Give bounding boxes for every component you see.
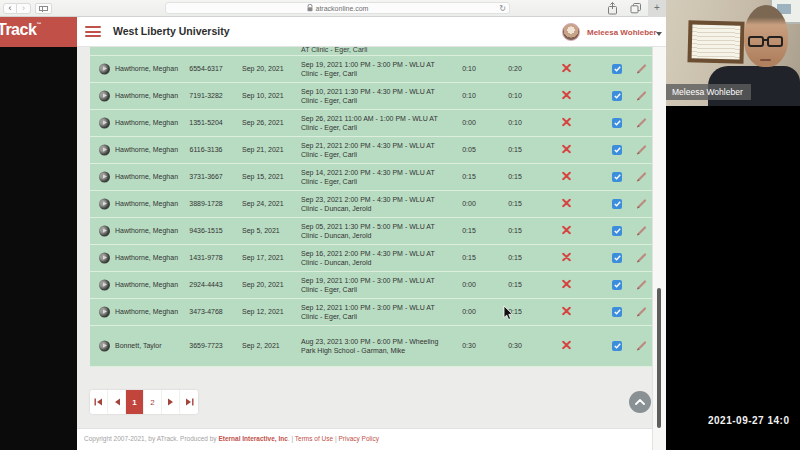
athlete-name: Hawthorne, Meghan — [115, 199, 181, 209]
scroll-to-top-button[interactable] — [629, 391, 651, 413]
delete-icon[interactable] — [562, 117, 573, 128]
page-1-button[interactable]: 1 — [126, 390, 144, 414]
delete-icon[interactable] — [562, 279, 573, 290]
approved-checkbox[interactable] — [612, 307, 622, 317]
copyright-text: Copyright 2007-2021, by ATrack. Produced… — [84, 435, 217, 442]
case-number: 2924-4443 — [183, 280, 229, 290]
collapsed-sidebar — [0, 47, 77, 450]
check-icon — [614, 228, 621, 234]
table-row: Hawthorne, Meghan 2924-4443 Sep 20, 2021… — [90, 272, 652, 299]
play-audio-button[interactable] — [99, 171, 110, 182]
delete-icon[interactable] — [562, 306, 573, 317]
table-row: Bonnett, Taylor 3659-7723 Sep 2, 2021 Au… — [90, 326, 652, 368]
duration-2: 0:15 — [502, 253, 528, 263]
delete-icon[interactable] — [562, 252, 573, 263]
menu-hamburger-icon[interactable] — [85, 26, 101, 38]
edit-pencil-icon[interactable] — [636, 117, 647, 128]
play-audio-button[interactable] — [99, 117, 110, 128]
approved-checkbox[interactable] — [612, 172, 622, 182]
delete-icon[interactable] — [562, 171, 573, 182]
privacy-link[interactable]: Privacy Policy — [338, 435, 378, 442]
duration-2: 0:15 — [502, 199, 528, 209]
athlete-name: Hawthorne, Meghan — [115, 91, 181, 101]
edit-pencil-icon[interactable] — [636, 63, 647, 74]
delete-icon[interactable] — [562, 340, 573, 351]
user-menu[interactable]: Meleesa Wohleber — [587, 28, 657, 37]
check-icon — [614, 282, 621, 288]
separator: | — [335, 435, 337, 442]
table-row: Hawthorne, Meghan 7191-3282 Sep 10, 2021… — [90, 83, 652, 110]
check-icon — [614, 343, 621, 349]
edit-pencil-icon[interactable] — [636, 306, 647, 317]
approved-checkbox[interactable] — [612, 145, 622, 155]
delete-icon[interactable] — [562, 144, 573, 155]
back-button[interactable]: ‹ — [3, 3, 17, 14]
share-icon[interactable] — [607, 2, 618, 15]
approved-checkbox[interactable] — [612, 253, 622, 263]
visit-date: Sep 15, 2021 — [242, 172, 298, 182]
edit-pencil-icon[interactable] — [636, 171, 647, 182]
visit-date: Sep 26, 2021 — [242, 118, 298, 128]
approved-checkbox[interactable] — [612, 91, 622, 101]
visit-date: Sep 20, 2021 — [242, 64, 298, 74]
case-number: 3731-3667 — [183, 172, 229, 182]
tabs-icon[interactable] — [630, 2, 642, 14]
edit-pencil-icon[interactable] — [636, 340, 647, 351]
edit-pencil-icon[interactable] — [636, 252, 647, 263]
approved-checkbox[interactable] — [612, 280, 622, 290]
next-page-button[interactable] — [162, 390, 180, 414]
first-page-button[interactable] — [90, 390, 108, 414]
play-audio-button[interactable] — [99, 198, 110, 209]
prev-page-button[interactable] — [108, 390, 126, 414]
approved-checkbox[interactable] — [612, 199, 622, 209]
play-audio-button[interactable] — [99, 340, 110, 351]
company-link[interactable]: Eternal Interactive, Inc — [218, 435, 287, 442]
edit-pencil-icon[interactable] — [636, 90, 647, 101]
table-row: Hawthorne, Meghan 1351-5204 Sep 26, 2021… — [90, 110, 652, 137]
duration-1: 0:05 — [456, 145, 482, 155]
user-avatar[interactable] — [562, 23, 580, 41]
scrollbar-thumb[interactable] — [657, 288, 661, 428]
address-bar[interactable]: atrackonline.com ↻ — [165, 2, 510, 14]
edit-pencil-icon[interactable] — [636, 225, 647, 236]
refresh-icon[interactable]: ↻ — [499, 3, 506, 14]
url-text: atrackonline.com — [316, 5, 369, 12]
last-page-button[interactable] — [180, 390, 198, 414]
play-audio-button[interactable] — [99, 279, 110, 290]
prev-page-icon — [113, 398, 121, 406]
play-audio-button[interactable] — [99, 63, 110, 74]
approved-checkbox[interactable] — [612, 341, 622, 351]
play-audio-button[interactable] — [99, 144, 110, 155]
duration-1: 0:15 — [456, 253, 482, 263]
delete-icon[interactable] — [562, 198, 573, 209]
check-icon — [614, 93, 621, 99]
edit-pencil-icon[interactable] — [636, 198, 647, 209]
participant-name-label: Meleesa Wohleber — [666, 84, 751, 100]
approved-checkbox[interactable] — [612, 226, 622, 236]
play-audio-button[interactable] — [99, 306, 110, 317]
forward-button[interactable]: › — [17, 3, 31, 14]
play-audio-button[interactable] — [99, 225, 110, 236]
new-tab-button[interactable]: + — [648, 0, 666, 17]
edit-pencil-icon[interactable] — [636, 279, 647, 290]
approved-checkbox[interactable] — [612, 118, 622, 128]
play-audio-button[interactable] — [99, 90, 110, 101]
case-number: 6116-3136 — [183, 145, 229, 155]
case-number: 3659-7723 — [183, 341, 229, 351]
duration-2: 0:15 — [502, 280, 528, 290]
session-description: Sep 23, 2021 2:00 PM - 4:30 PM - WLU AT … — [301, 194, 441, 213]
delete-icon[interactable] — [562, 63, 573, 74]
terms-link[interactable]: Terms of Use — [295, 435, 333, 442]
delete-icon[interactable] — [562, 90, 573, 101]
delete-icon[interactable] — [562, 225, 573, 236]
edit-pencil-icon[interactable] — [636, 144, 647, 155]
session-description: Sep 12, 2021 1:00 PM - 3:00 PM - WLU AT … — [301, 302, 441, 321]
sidebar-toggle-button[interactable] — [35, 3, 52, 14]
page-title: West Liberty University — [113, 25, 230, 37]
page-2-button[interactable]: 2 — [144, 390, 162, 414]
approved-checkbox[interactable] — [612, 64, 622, 74]
duration-2: 0:10 — [502, 91, 528, 101]
lock-icon — [307, 4, 313, 12]
play-audio-button[interactable] — [99, 252, 110, 263]
atrack-logo[interactable]: Track™ — [0, 17, 77, 47]
